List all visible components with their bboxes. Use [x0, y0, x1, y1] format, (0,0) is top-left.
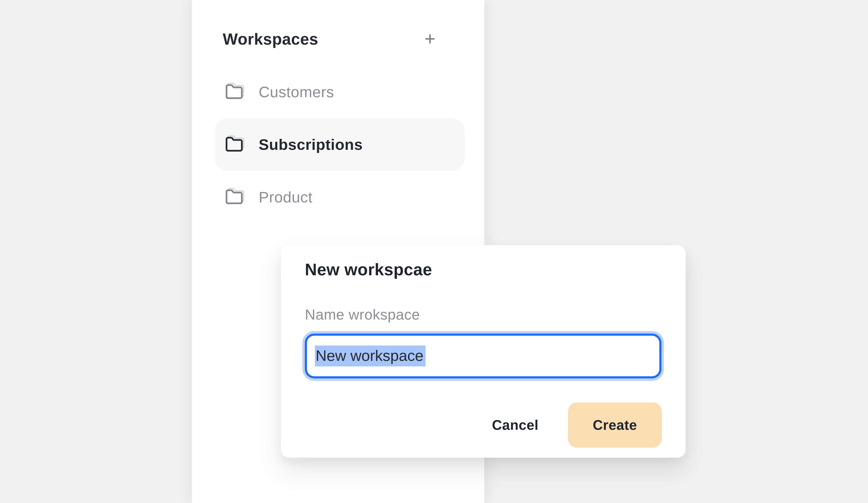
sidebar-item-label: Subscriptions: [259, 136, 363, 154]
sidebar-item-product[interactable]: Product: [215, 171, 465, 223]
cancel-button[interactable]: Cancel: [492, 417, 538, 433]
sidebar-item-subscriptions[interactable]: Subscriptions: [215, 118, 465, 171]
sidebar-header: Workspaces: [223, 24, 441, 54]
folder-icon: [225, 83, 244, 101]
sidebar-item-label: Customers: [259, 83, 334, 101]
sidebar-title: Workspaces: [223, 30, 318, 48]
sidebar-item-customers[interactable]: Customers: [215, 66, 465, 118]
selected-input-text: New workspace: [315, 346, 425, 366]
page-background: { "sidebar": { "title": "Workspaces", "a…: [0, 0, 868, 503]
plus-icon: [424, 33, 436, 45]
workspace-name-input[interactable]: New workspace: [305, 334, 661, 378]
workspace-list: Customers Subscriptions Product: [215, 66, 465, 223]
create-button[interactable]: Create: [568, 402, 662, 448]
new-workspace-dialog: New workspcae Name wrokspace New workspa…: [281, 245, 686, 458]
dialog-title: New workspcae: [305, 260, 432, 279]
dialog-actions: Cancel Create: [492, 402, 662, 448]
add-workspace-button[interactable]: [420, 29, 441, 50]
workspace-name-label: Name wrokspace: [305, 306, 420, 323]
folder-icon: [225, 188, 244, 206]
sidebar-item-label: Product: [259, 188, 312, 206]
folder-icon: [225, 135, 244, 154]
